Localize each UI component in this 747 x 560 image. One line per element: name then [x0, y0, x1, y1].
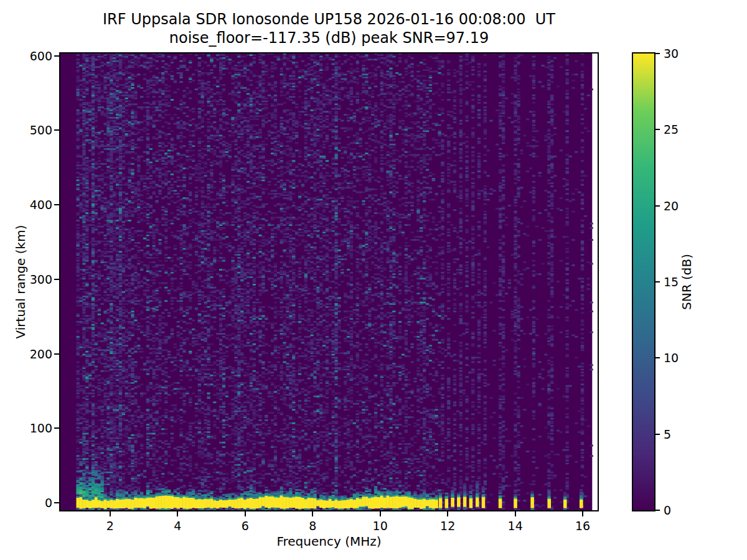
ionogram-figure: IRF Uppsala SDR Ionosonde UP158 2026-01-… — [0, 0, 747, 560]
colorbar-tick — [655, 434, 660, 435]
y-tick-label: 100 — [15, 421, 52, 435]
y-tick-label: 600 — [15, 49, 52, 63]
heatmap-canvas — [60, 54, 598, 510]
colorbar-tick-label: 5 — [664, 427, 691, 441]
figure-subtitle: noise_floor=-117.35 (dB) peak SNR=97.19 — [59, 30, 599, 46]
colorbar — [632, 52, 655, 511]
x-tick — [515, 511, 516, 516]
x-tick — [245, 511, 246, 516]
colorbar-tick-label: 20 — [664, 199, 691, 213]
y-tick-label: 0 — [15, 496, 52, 510]
x-tick-label: 4 — [159, 519, 196, 533]
colorbar-tick-label: 25 — [664, 123, 691, 136]
x-tick — [380, 511, 381, 516]
figure-title: IRF Uppsala SDR Ionosonde UP158 2026-01-… — [59, 11, 599, 27]
ionogram-plot — [59, 52, 599, 511]
x-tick — [110, 511, 111, 516]
colorbar-tick-label: 30 — [664, 47, 691, 60]
y-tick — [54, 55, 59, 57]
colorbar-tick-label: 15 — [664, 275, 691, 289]
x-tick-label: 2 — [92, 519, 129, 533]
x-tick-label: 10 — [362, 519, 399, 533]
colorbar-gradient — [633, 54, 654, 510]
x-tick — [312, 511, 313, 516]
y-tick — [54, 502, 59, 503]
x-tick-label: 8 — [294, 519, 331, 533]
x-tick — [447, 511, 448, 516]
colorbar-tick — [655, 205, 660, 207]
y-tick-label: 400 — [15, 198, 52, 212]
colorbar-tick — [655, 510, 660, 511]
x-tick — [177, 511, 178, 516]
y-tick-label: 300 — [15, 273, 52, 286]
y-tick-label: 500 — [15, 123, 52, 137]
x-axis-label: Frequency (MHz) — [59, 534, 599, 549]
x-tick-label: 14 — [497, 519, 534, 533]
y-tick — [54, 427, 59, 429]
colorbar-tick — [655, 357, 660, 358]
y-tick — [54, 204, 59, 205]
y-tick — [54, 279, 59, 280]
x-tick-label: 6 — [227, 519, 264, 533]
y-tick — [54, 353, 59, 355]
x-tick — [582, 511, 583, 516]
colorbar-tick — [655, 129, 660, 130]
y-tick — [54, 129, 59, 131]
colorbar-tick — [655, 53, 660, 54]
colorbar-tick — [655, 281, 660, 282]
y-tick-label: 200 — [15, 347, 52, 361]
colorbar-tick-label: 10 — [664, 351, 691, 365]
colorbar-tick-label: 0 — [664, 503, 691, 517]
x-tick-label: 16 — [564, 519, 601, 533]
x-tick-label: 12 — [429, 519, 466, 533]
